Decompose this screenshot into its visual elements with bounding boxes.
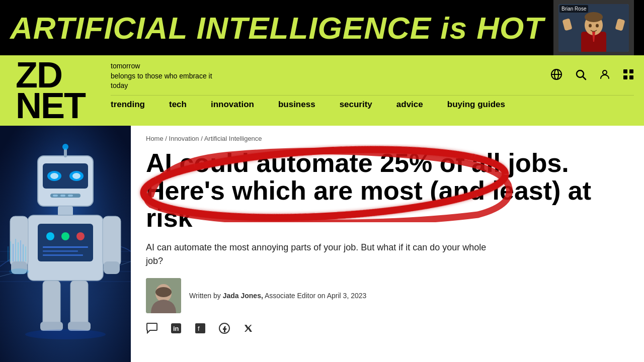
svg-text:f: f xyxy=(198,325,200,332)
svg-point-50 xyxy=(9,268,29,275)
svg-point-41 xyxy=(61,232,69,240)
author-avatar xyxy=(146,278,181,313)
svg-rect-43 xyxy=(43,246,88,248)
svg-rect-44 xyxy=(43,250,78,252)
svg-point-32 xyxy=(62,144,68,150)
banner-title: ARTIFICIAL INTELLIGENCE is HOT xyxy=(10,10,544,46)
grid-icon[interactable] xyxy=(623,69,634,83)
header-right: tomorrow belongs to those who embrace it… xyxy=(101,55,644,126)
svg-rect-57 xyxy=(23,244,24,261)
svg-rect-37 xyxy=(58,206,73,216)
nav-security[interactable]: security xyxy=(340,100,372,110)
svg-text:in: in xyxy=(173,325,179,332)
svg-point-7 xyxy=(589,24,592,27)
presenter-video: Brian Rose xyxy=(558,4,629,52)
comment-icon[interactable] xyxy=(146,323,158,337)
svg-point-40 xyxy=(46,232,54,240)
svg-point-14 xyxy=(603,70,607,74)
title-container: AI could automate 25% of all jobs. Here'… xyxy=(146,149,629,232)
nav-row: trending tech innovation business securi… xyxy=(111,95,634,114)
breadcrumb: Home / Innovation / Artificial Intellige… xyxy=(146,135,629,142)
svg-rect-45 xyxy=(43,254,83,256)
svg-line-13 xyxy=(583,77,586,80)
svg-rect-48 xyxy=(103,216,121,266)
presenter-box: Brian Rose xyxy=(553,0,634,55)
svg-rect-35 xyxy=(60,195,65,197)
svg-rect-54 xyxy=(15,239,16,261)
zdnet-logo-area: ZD NET xyxy=(0,55,101,126)
svg-rect-36 xyxy=(68,195,73,197)
article-subtitle: AI can automate the most annoying parts … xyxy=(146,241,498,268)
header-icons xyxy=(550,68,634,83)
svg-rect-17 xyxy=(623,75,627,79)
svg-rect-55 xyxy=(18,242,19,261)
svg-rect-53 xyxy=(13,244,14,261)
author-text: Written by Jada Jones, Associate Editor … xyxy=(189,292,366,300)
top-banner: ARTIFICIAL INTELLIGENCE is HOT Brian Ros… xyxy=(0,0,644,55)
flipboard-icon[interactable]: f xyxy=(194,322,206,337)
svg-rect-18 xyxy=(629,75,633,79)
svg-point-42 xyxy=(76,232,85,240)
nav-advice[interactable]: advice xyxy=(396,100,423,110)
zdnet-header: ZD NET tomorrow belongs to those who emb… xyxy=(0,55,644,126)
svg-rect-52 xyxy=(10,241,11,261)
svg-point-30 xyxy=(72,173,80,179)
facebook-icon[interactable] xyxy=(218,322,230,337)
header-top-row: tomorrow belongs to those who embrace it… xyxy=(111,55,634,95)
globe-icon[interactable] xyxy=(550,68,562,83)
tagline: tomorrow belongs to those who embrace it… xyxy=(111,61,212,91)
svg-point-3 xyxy=(585,12,603,22)
svg-rect-56 xyxy=(20,240,21,261)
author-avatar-image xyxy=(146,278,181,313)
user-icon[interactable] xyxy=(599,68,611,83)
svg-rect-15 xyxy=(623,69,627,73)
svg-rect-60 xyxy=(70,281,88,326)
svg-point-67 xyxy=(155,287,172,297)
svg-rect-49 xyxy=(104,261,120,274)
nav-innovation[interactable]: innovation xyxy=(211,100,254,110)
robot-image-panel xyxy=(0,126,131,362)
zdnet-logo: ZD NET xyxy=(16,60,85,121)
svg-rect-51 xyxy=(8,246,9,261)
svg-point-8 xyxy=(596,24,599,27)
nav-business[interactable]: business xyxy=(278,100,315,110)
svg-rect-70 xyxy=(195,323,205,333)
nav-buying-guides[interactable]: buying guides xyxy=(447,100,505,110)
article-title: AI could automate 25% of all jobs. Here'… xyxy=(146,149,629,232)
search-icon[interactable] xyxy=(575,68,587,83)
presenter-name-label: Brian Rose xyxy=(559,5,588,13)
twitter-icon[interactable] xyxy=(243,322,255,337)
social-row: in f xyxy=(146,322,629,337)
article-area: Home / Innovation / Artificial Intellige… xyxy=(131,126,644,362)
author-row: Written by Jada Jones, Associate Editor … xyxy=(146,278,629,313)
svg-rect-34 xyxy=(53,195,58,197)
svg-rect-59 xyxy=(43,281,60,326)
svg-point-63 xyxy=(25,329,106,339)
nav-tech[interactable]: tech xyxy=(169,100,187,110)
robot-illustration xyxy=(0,126,131,362)
linkedin-icon[interactable]: in xyxy=(170,322,182,337)
svg-point-28 xyxy=(50,173,58,179)
svg-rect-16 xyxy=(629,69,633,73)
nav-trending[interactable]: trending xyxy=(111,100,145,110)
main-content: Home / Innovation / Artificial Intellige… xyxy=(0,126,644,362)
svg-rect-58 xyxy=(25,246,26,261)
